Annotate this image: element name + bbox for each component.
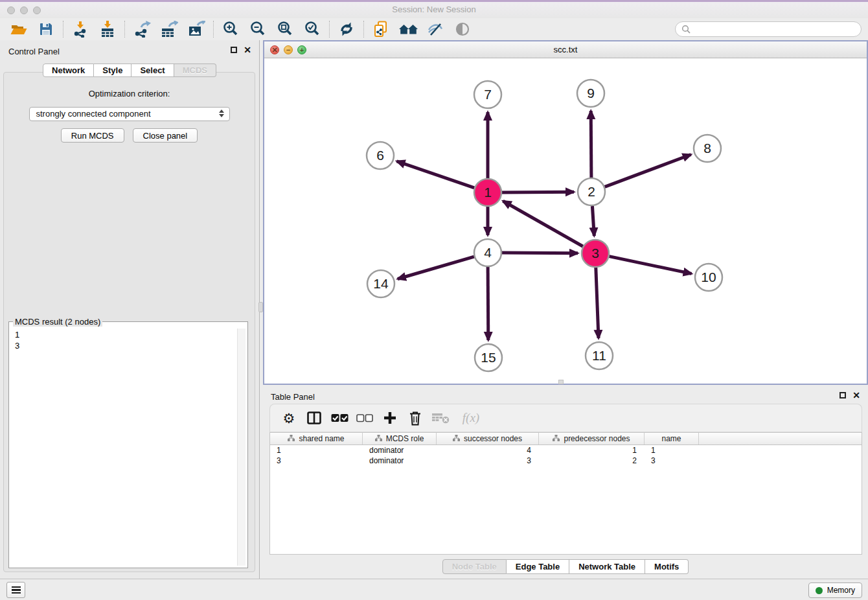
edge-2-to-3[interactable] bbox=[592, 206, 594, 236]
splitter-handle-horizontal[interactable] bbox=[558, 380, 564, 384]
import-table-button[interactable] bbox=[94, 19, 121, 39]
toolbar-separator bbox=[63, 21, 63, 38]
zoom-fit-button[interactable] bbox=[271, 19, 299, 39]
zoom-window-icon[interactable] bbox=[33, 6, 41, 14]
column-header-name[interactable]: name bbox=[645, 433, 699, 444]
create-column-button[interactable] bbox=[380, 408, 400, 428]
list-icon bbox=[12, 586, 21, 588]
export-image-icon bbox=[187, 21, 205, 38]
float-table-panel-icon[interactable] bbox=[839, 392, 846, 398]
result-scrollbar[interactable] bbox=[237, 329, 246, 566]
column-label: successor nodes bbox=[464, 434, 522, 443]
new-network-from-selection-button[interactable] bbox=[367, 19, 394, 39]
control-panel-title: Control Panel bbox=[8, 47, 60, 56]
delete-table-button[interactable] bbox=[431, 408, 450, 428]
close-network-icon[interactable]: ✕ bbox=[270, 45, 279, 54]
unchecked-boxes-icon bbox=[356, 413, 373, 422]
edge-2-to-8[interactable] bbox=[605, 155, 691, 187]
export-image-button[interactable] bbox=[183, 19, 210, 39]
fx-icon: f(x) bbox=[463, 411, 479, 425]
tab-network[interactable]: Network bbox=[43, 63, 94, 77]
edge-4-to-15[interactable] bbox=[488, 267, 488, 340]
minimize-window-icon[interactable] bbox=[20, 6, 28, 14]
run-mcds-button[interactable]: Run MCDS bbox=[61, 128, 124, 143]
tab-style[interactable]: Style bbox=[94, 63, 131, 77]
checked-boxes-icon bbox=[331, 413, 348, 422]
mcds-result-title: MCDS result (2 nodes) bbox=[13, 317, 102, 327]
tab-edge-table[interactable]: Edge Table bbox=[507, 559, 569, 574]
maximize-network-icon[interactable]: + bbox=[297, 45, 306, 54]
zoom-in-button[interactable] bbox=[217, 19, 244, 39]
tab-mcds[interactable]: MCDS bbox=[174, 63, 216, 77]
criterion-select[interactable]: strongly connected component bbox=[29, 107, 230, 121]
search-box[interactable] bbox=[675, 21, 862, 37]
close-panel-button[interactable]: Close panel bbox=[133, 128, 198, 143]
open-file-button[interactable] bbox=[5, 19, 32, 39]
table-settings-button[interactable]: ⚙ bbox=[279, 408, 299, 428]
cell-successor-nodes: 4 bbox=[437, 446, 539, 455]
column-header-successor-nodes[interactable]: successor nodes bbox=[437, 433, 539, 444]
first-neighbors-button[interactable] bbox=[394, 19, 422, 39]
search-input[interactable] bbox=[694, 23, 855, 35]
unselect-all-columns-button[interactable] bbox=[355, 408, 374, 428]
zoom-out-button[interactable] bbox=[244, 19, 271, 39]
control-panel-window-buttons: ✕ bbox=[231, 46, 251, 54]
task-history-button[interactable] bbox=[6, 582, 25, 598]
window-controls bbox=[7, 6, 41, 14]
float-panel-icon[interactable] bbox=[231, 47, 237, 53]
node-label-4: 4 bbox=[484, 245, 492, 260]
edge-3-to-1[interactable] bbox=[503, 201, 583, 246]
delete-table-icon bbox=[432, 412, 450, 424]
hide-graphics-details-button[interactable] bbox=[422, 19, 449, 39]
close-panel-icon[interactable]: ✕ bbox=[244, 46, 251, 54]
cell-shared-name: 1 bbox=[270, 446, 363, 455]
function-builder-button[interactable]: f(x) bbox=[456, 408, 486, 428]
minimize-network-icon[interactable]: − bbox=[284, 45, 293, 54]
edge-1-to-6[interactable] bbox=[397, 161, 475, 188]
edge-4-to-14[interactable] bbox=[398, 257, 474, 279]
edge-2-to-9[interactable] bbox=[591, 111, 591, 178]
table-row[interactable]: 1dominator411 bbox=[270, 445, 862, 456]
table-panel: Table Panel ✕ ⚙ f(x) shared nameMCDS rol… bbox=[263, 387, 868, 579]
tab-network-table[interactable]: Network Table bbox=[569, 559, 645, 574]
table-panel-window-buttons: ✕ bbox=[839, 391, 860, 399]
column-header-predecessor-nodes[interactable]: predecessor nodes bbox=[539, 433, 645, 444]
delete-column-button[interactable] bbox=[405, 408, 425, 428]
mcds-result-text: 1 3 bbox=[15, 329, 19, 351]
tab-select[interactable]: Select bbox=[131, 63, 174, 77]
export-network-button[interactable] bbox=[128, 19, 155, 39]
export-table-button[interactable] bbox=[155, 19, 183, 39]
mcds-result-box: MCDS result (2 nodes) 1 3 bbox=[8, 317, 248, 568]
trash-icon bbox=[409, 411, 422, 426]
tab-motifs[interactable]: Motifs bbox=[645, 559, 689, 574]
clone-network-icon bbox=[372, 21, 389, 38]
column-label: MCDS role bbox=[386, 434, 424, 443]
edge-3-to-10[interactable] bbox=[610, 257, 692, 274]
table-row[interactable]: 3dominator323 bbox=[270, 456, 862, 466]
network-window-controls: ✕ − + bbox=[270, 45, 306, 54]
column-header-shared-name[interactable]: shared name bbox=[270, 433, 363, 444]
edge-4-to-3[interactable] bbox=[502, 253, 578, 253]
network-canvas[interactable]: 7968124314101511 bbox=[264, 58, 867, 384]
cell-shared-name: 3 bbox=[270, 456, 363, 465]
close-table-panel-icon[interactable]: ✕ bbox=[852, 391, 860, 399]
level-of-detail-button[interactable] bbox=[449, 19, 476, 39]
table-panel-title: Table Panel bbox=[271, 392, 315, 402]
network-window-titlebar[interactable]: ✕ − + scc.txt bbox=[264, 41, 867, 58]
open-folder-icon bbox=[10, 21, 28, 37]
memory-button[interactable]: Memory bbox=[808, 583, 862, 598]
import-network-button[interactable] bbox=[67, 19, 94, 39]
edge-3-to-11[interactable] bbox=[596, 268, 599, 338]
tab-node-table[interactable]: Node Table bbox=[442, 559, 507, 574]
splitter-handle-vertical[interactable] bbox=[258, 302, 263, 312]
save-session-button[interactable] bbox=[32, 19, 60, 39]
column-header-MCDS-role[interactable]: MCDS role bbox=[363, 433, 437, 444]
close-window-icon[interactable] bbox=[7, 6, 15, 14]
edge-1-to-2[interactable] bbox=[502, 192, 574, 192]
mcds-result-area[interactable]: 1 3 bbox=[11, 329, 246, 566]
show-column-button[interactable] bbox=[304, 408, 324, 428]
zoom-in-icon bbox=[222, 21, 239, 38]
select-all-columns-button[interactable] bbox=[330, 408, 349, 428]
apply-layout-button[interactable] bbox=[333, 19, 360, 39]
zoom-selected-button[interactable] bbox=[299, 19, 326, 39]
